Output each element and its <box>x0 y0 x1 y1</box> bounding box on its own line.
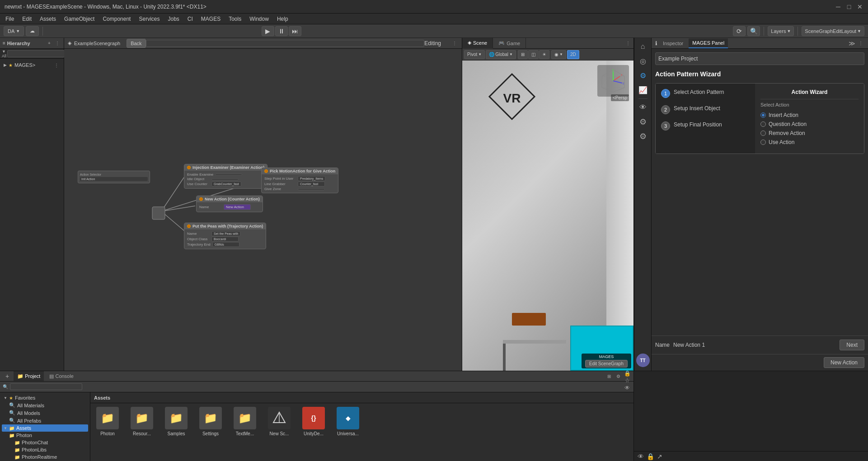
vr-viewport[interactable]: VR <box>462 61 633 371</box>
asset-new-scene[interactable]: New Sc... <box>266 407 293 436</box>
new-action-button[interactable]: New Action <box>824 357 864 368</box>
2d-button[interactable]: 2D <box>567 50 579 59</box>
menu-jobs[interactable]: Jobs <box>164 15 183 23</box>
scene-graph-content[interactable]: Action Selector Init Action Injection Ex… <box>64 49 462 371</box>
menu-edit[interactable]: Edit <box>19 15 35 23</box>
home-icon-button[interactable]: ⌂ <box>636 40 650 53</box>
tab-mages-panel[interactable]: MAGES Panel <box>689 38 728 48</box>
close-button[interactable]: ✕ <box>856 3 863 10</box>
menu-mages[interactable]: MAGES <box>197 15 224 23</box>
menu-assets[interactable]: Assets <box>36 15 60 23</box>
gizmos-dropdown[interactable]: ◉ ▼ <box>551 50 566 59</box>
tab-scene[interactable]: ◈ Scene <box>462 38 493 49</box>
edit-scenegraph-button[interactable]: Edit SceneGraph <box>585 360 628 368</box>
nav-cube[interactable]: x y z <box>597 65 629 97</box>
folder-item-assets[interactable]: ▼ 📁 Assets <box>2 424 88 432</box>
folder-item-all-materials[interactable]: 🔍 All Materials <box>2 401 88 409</box>
folder-item-photon[interactable]: 📁 Photon <box>2 432 88 439</box>
search-button[interactable]: 🔍 <box>747 26 760 36</box>
tab-console[interactable]: ▤ Console <box>46 371 77 381</box>
node-pick-motion[interactable]: Pick MotionAction for Give Action Step P… <box>261 168 338 193</box>
global-dropdown[interactable]: 🌐 Global ▼ <box>486 50 516 59</box>
tab-game[interactable]: 🎮 Game <box>493 38 526 49</box>
bookmark-icon-button[interactable]: ☆ <box>624 377 631 384</box>
avatar-button[interactable]: TT <box>636 354 650 367</box>
wizard-step-3[interactable]: 3 Setup Final Position <box>661 121 750 130</box>
cloud-button[interactable]: ☁ <box>26 26 39 36</box>
status-icon-3[interactable]: ↗ <box>657 453 662 460</box>
inspector-more-button[interactable]: ⋮ <box>857 40 864 47</box>
analytics-icon-button[interactable]: 📈 <box>636 83 650 97</box>
pivot-dropdown[interactable]: Pivot ▼ <box>464 50 485 59</box>
folder-item-all-models[interactable]: 🔍 All Models <box>2 409 88 417</box>
project-dropdown[interactable]: Example Project <box>655 52 864 65</box>
folder-item-photonrealtime[interactable]: 📁 PhotonRealtime <box>2 453 88 461</box>
asset-unitydev[interactable]: {} UnityDe... <box>300 407 327 436</box>
tab-project[interactable]: 📁 Project <box>14 371 44 381</box>
tab-inspector[interactable]: Inspector <box>659 38 687 48</box>
scene-view-more-button[interactable]: ⋮ <box>624 40 632 47</box>
asset-textme[interactable]: 📁 TextMe... <box>231 407 258 436</box>
asset-photon[interactable]: 📁 Photon <box>94 407 121 436</box>
node-put-peas[interactable]: Put the Peas with (Trajectory Action) Na… <box>184 223 266 249</box>
folder-item-photonlibs[interactable]: 📁 PhotonLibs <box>2 446 88 453</box>
layout-dropdown[interactable]: SceneGraphEditLayout ▼ <box>802 26 864 36</box>
menu-ci[interactable]: CI <box>184 15 197 23</box>
node-injection-examiner[interactable]: Injection Examiner (Examiner Action) Ena… <box>184 164 267 189</box>
wizard-step-1[interactable]: 1 Select Action Pattern <box>661 89 750 98</box>
folder-item-all-prefabs[interactable]: 🔍 All Prefabs <box>2 417 88 424</box>
settings-icon-button[interactable]: ⚙ <box>636 115 650 129</box>
menu-component[interactable]: Component <box>99 15 134 23</box>
wizard-step-2[interactable]: 2 Setup Insert Object <box>661 105 750 114</box>
scene-graph-search-input[interactable] <box>146 40 425 47</box>
gear2-icon-button[interactable]: ⚙ <box>636 130 650 143</box>
left-graph-node[interactable]: Action Selector Init Action <box>78 171 150 183</box>
maximize-button[interactable]: □ <box>845 3 853 10</box>
inspector-expand-icon[interactable]: ≫ <box>849 40 855 47</box>
view2-icon-button[interactable]: 👁 <box>636 101 650 114</box>
step-button[interactable]: ⏭ <box>289 26 301 36</box>
radio-remove-action[interactable]: Remove Action <box>760 130 859 136</box>
radio-question-action[interactable]: Question Action <box>760 121 859 127</box>
history-button[interactable]: ⟳ <box>733 26 746 36</box>
radio-use-action[interactable]: Use Action <box>760 139 859 145</box>
render-button[interactable]: ☀ <box>539 50 549 59</box>
back-button[interactable]: Back <box>127 39 145 48</box>
view-button[interactable]: ◫ <box>528 50 539 59</box>
node-new-action-counter[interactable]: New Action (Counter Action) Name New Act… <box>196 196 263 212</box>
grid-button[interactable]: ⊞ <box>518 50 528 59</box>
asset-resources[interactable]: 📁 Resour... <box>128 407 155 436</box>
asset-settings[interactable]: 📁 Settings <box>197 407 224 436</box>
menu-file[interactable]: File <box>2 15 18 23</box>
status-icon-1[interactable]: 👁 <box>638 453 644 460</box>
project-search-input[interactable] <box>10 383 82 390</box>
folder-item-favorites[interactable]: ▼ ★ Favorites <box>2 394 88 401</box>
hierarchy-item-mages[interactable]: ▶ ★ MAGES> ⋮ <box>0 61 64 70</box>
menu-window[interactable]: Window <box>246 15 272 23</box>
status-icon-2[interactable]: 🔒 <box>647 453 654 460</box>
layers-dropdown[interactable]: Layers ▼ <box>768 26 794 36</box>
project-grid-button[interactable]: ⊞ <box>605 373 613 380</box>
vr-icon-button[interactable]: ◎ <box>636 54 650 68</box>
menu-services[interactable]: Services <box>135 15 163 23</box>
play-button[interactable]: ▶ <box>262 26 274 36</box>
scene-graph-more-button[interactable]: ⋮ <box>451 40 458 47</box>
menu-help[interactable]: Help <box>273 15 292 23</box>
hierarchy-add-button[interactable]: + <box>46 40 53 47</box>
hierarchy-more-button[interactable]: ⋮ <box>54 40 61 47</box>
eye-icon-button[interactable]: 👁 <box>624 384 631 391</box>
scenegraph-icon-button[interactable]: ⚙ <box>636 69 650 82</box>
menu-tools[interactable]: Tools <box>225 15 245 23</box>
asset-samples[interactable]: 📁 Samples <box>163 407 190 436</box>
project-add-button[interactable]: + <box>3 372 12 381</box>
pause-button[interactable]: ⏸ <box>275 26 288 36</box>
lock-icon-button[interactable]: 🔒 <box>624 370 631 377</box>
da-button[interactable]: DA ▼ <box>4 26 24 36</box>
hierarchy-item-more-button[interactable]: ⋮ <box>53 61 60 69</box>
radio-insert-action[interactable]: Insert Action <box>760 112 859 118</box>
next-button[interactable]: Next <box>840 340 864 350</box>
minimize-button[interactable]: ─ <box>835 3 842 10</box>
project-settings-button[interactable]: ⚙ <box>615 373 622 380</box>
asset-universa[interactable]: ◆ Universa... <box>334 407 361 436</box>
menu-gameobject[interactable]: GameObject <box>61 15 98 23</box>
